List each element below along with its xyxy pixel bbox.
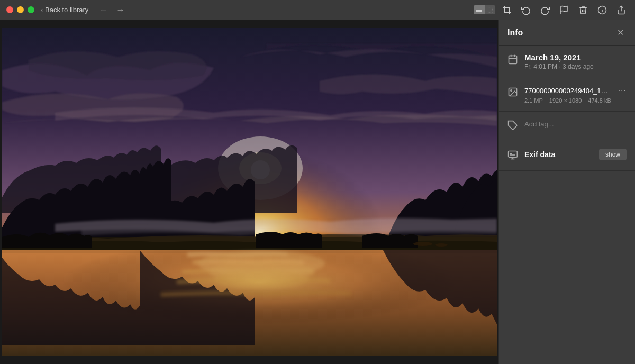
svg-rect-25	[509, 151, 518, 158]
resolution: 1920 × 1080	[549, 97, 582, 104]
megapixels: 2.1 MP	[524, 97, 543, 104]
aspect-ratio-toggle[interactable]: ▬ ⬚	[474, 5, 495, 14]
info-panel-title: Info	[507, 28, 523, 38]
chevron-left-icon: ‹	[41, 6, 43, 14]
svg-point-23	[511, 90, 512, 92]
nav-arrows: ← →	[97, 4, 126, 16]
toolbar-right: ▬ ⬚	[474, 4, 629, 16]
photo-display	[2, 28, 497, 356]
date-content: March 19, 2021 Fr, 4:01 PM · 3 days ago	[524, 53, 627, 70]
title-bar: ‹ Back to library ← → ▬ ⬚	[0, 0, 635, 20]
info-file-section: 770000000000249404_1… ··· 2.1 MP 1920 × …	[499, 78, 635, 112]
filename-row: 770000000000249404_1… ···	[524, 86, 627, 95]
file-meta: 2.1 MP 1920 × 1080 474.8 kB	[524, 97, 627, 104]
svg-point-17	[435, 243, 448, 247]
info-exif-section: Exif data show	[499, 141, 635, 171]
file-content: 770000000000249404_1… ··· 2.1 MP 1920 × …	[524, 86, 627, 104]
exif-show-button[interactable]: show	[599, 149, 627, 160]
back-to-library-button[interactable]: ‹ Back to library	[41, 6, 88, 14]
more-options-button[interactable]: ···	[618, 86, 627, 95]
photo-viewer	[0, 20, 498, 364]
rotate-right-button[interactable]	[538, 4, 552, 16]
date-sub: Fr, 4:01 PM · 3 days ago	[524, 63, 627, 70]
aspect-option-2[interactable]: ⬚	[485, 5, 495, 14]
delete-button[interactable]	[576, 4, 591, 16]
info-tags-section	[499, 112, 635, 141]
tag-icon	[507, 120, 518, 133]
filename: 770000000000249404_1…	[524, 87, 608, 95]
close-button[interactable]	[6, 6, 13, 13]
exif-row: Exif data show	[524, 149, 627, 160]
minimize-button[interactable]	[17, 6, 24, 13]
exif-label: Exif data	[524, 150, 555, 159]
info-panel: Info ✕ March 19, 2021 Fr, 4:01 PM · 3 da…	[498, 20, 635, 364]
info-date-section: March 19, 2021 Fr, 4:01 PM · 3 days ago	[499, 46, 635, 78]
tag-input-wrap	[524, 119, 627, 129]
main-content: Info ✕ March 19, 2021 Fr, 4:01 PM · 3 da…	[0, 20, 635, 364]
calendar-icon	[507, 54, 518, 67]
date-main: March 19, 2021	[524, 53, 627, 62]
traffic-lights	[6, 6, 34, 13]
next-arrow[interactable]: →	[114, 4, 126, 16]
exif-icon	[507, 150, 518, 163]
info-panel-header: Info ✕	[499, 20, 635, 46]
info-close-button[interactable]: ✕	[614, 26, 627, 39]
maximize-button[interactable]	[28, 6, 34, 13]
file-size: 474.8 kB	[588, 97, 611, 104]
tag-input[interactable]	[524, 120, 627, 128]
svg-point-16	[413, 242, 432, 246]
share-button[interactable]	[614, 4, 629, 16]
crop-button[interactable]	[500, 4, 514, 16]
prev-arrow[interactable]: ←	[97, 4, 110, 16]
back-label: Back to library	[45, 6, 88, 14]
aspect-option-1[interactable]: ▬	[474, 5, 485, 14]
svg-point-15	[214, 270, 309, 289]
flag-button[interactable]	[557, 4, 572, 16]
info-button[interactable]	[595, 4, 610, 16]
svg-rect-18	[509, 56, 517, 63]
rotate-left-button[interactable]	[519, 4, 533, 16]
image-icon	[507, 87, 518, 100]
